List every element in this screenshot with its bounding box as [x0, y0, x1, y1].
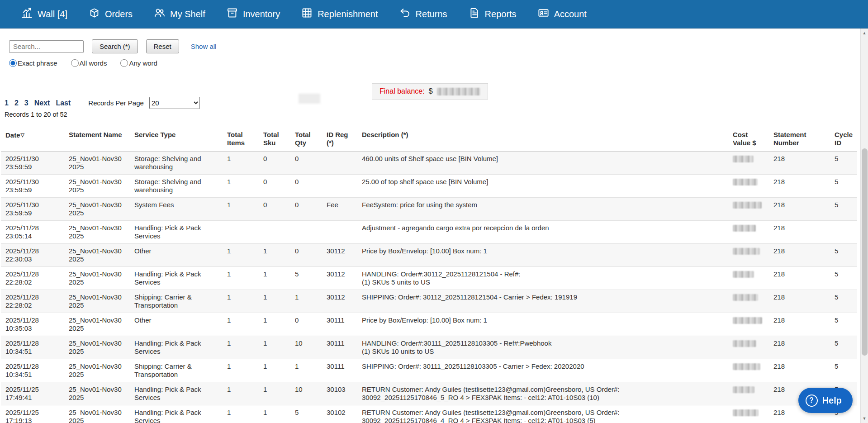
scroll-up-arrow-icon[interactable]: ▲: [861, 29, 868, 37]
cell-total-qty: 5: [290, 405, 322, 423]
cell-id-reg: [322, 152, 357, 175]
cell-service-type: Shipping: Carrier & Transportation: [130, 290, 223, 313]
cell-statement-number: 218: [769, 152, 830, 175]
cell-cycle-id: 5: [830, 198, 857, 221]
search-button[interactable]: Search (*): [92, 39, 138, 53]
column-header-cycle-id[interactable]: Cycle ID: [830, 126, 857, 152]
table-row: 2025/11/2810:34:51 25_Nov01-Nov30 2025 S…: [1, 359, 857, 382]
records-per-page-label: Records Per Page: [88, 99, 144, 107]
page-link-last[interactable]: Last: [56, 99, 71, 107]
records-per-page-select[interactable]: 20: [149, 97, 200, 109]
cell-statement-name: 25_Nov01-Nov30 2025: [64, 359, 130, 382]
nav-item-account[interactable]: Account: [537, 7, 587, 21]
cell-service-type: System Fees: [130, 198, 223, 221]
cell-total-qty: 0: [290, 175, 322, 198]
nav-item-returns[interactable]: Returns: [399, 7, 447, 21]
column-header-date[interactable]: Date▽: [1, 126, 64, 152]
nav-item-label: My Shelf: [170, 9, 205, 19]
cell-id-reg: 30112: [322, 290, 357, 313]
column-header-total-qty[interactable]: Total Qty: [290, 126, 322, 152]
cell-cost-value: [728, 152, 769, 175]
column-header-service-type[interactable]: Service Type: [130, 126, 223, 152]
search-input[interactable]: [9, 40, 84, 53]
page-link-next[interactable]: Next: [34, 99, 50, 107]
cell-total-items: 1: [223, 152, 259, 175]
radio-any-word[interactable]: Any word: [120, 59, 157, 67]
cell-total-items: 1: [223, 336, 259, 359]
nav-item-wall[interactable]: Wall [4]: [21, 7, 67, 21]
table-row: 2025/11/2810:34:51 25_Nov01-Nov30 2025 H…: [1, 336, 857, 359]
show-all-link[interactable]: Show all: [191, 43, 217, 50]
nav-item-my-shelf[interactable]: My Shelf: [153, 7, 205, 21]
cell-id-reg: 30111: [322, 359, 357, 382]
table-header-row: Date▽ Statement Name Service Type Total …: [1, 126, 857, 152]
cell-cost-value: [728, 244, 769, 267]
cell-description: RETURN Customer: Andy Guiles (testlisett…: [357, 382, 728, 405]
cell-id-reg: 30111: [322, 313, 357, 336]
cell-total-sku: 0: [259, 152, 290, 175]
cell-cycle-id: 5: [830, 267, 857, 290]
cell-total-qty: [290, 221, 322, 244]
nav-item-replenishment[interactable]: Replenishment: [301, 7, 378, 21]
cell-cycle-id: 5: [830, 175, 857, 198]
cell-total-sku: 0: [259, 198, 290, 221]
vertical-scrollbar[interactable]: ▲ ▼: [860, 29, 868, 423]
table-row: 2025/11/2810:35:03 25_Nov01-Nov30 2025 O…: [1, 313, 857, 336]
cell-cost-value: [728, 290, 769, 313]
table-row: 2025/11/3023:59:59 25_Nov01-Nov30 2025 S…: [1, 152, 857, 175]
cell-service-type: Handling: Pick & Pack Services: [130, 405, 223, 423]
cell-total-qty: 5: [290, 267, 322, 290]
search-toolbar: Search (*) Reset Show all Exact phrase A…: [0, 29, 868, 67]
cell-cost-value: [728, 267, 769, 290]
cell-service-type: Handling: Pick & Pack Services: [130, 382, 223, 405]
cell-total-qty: 10: [290, 382, 322, 405]
cell-total-qty: 0: [290, 244, 322, 267]
cell-id-reg: 30112: [322, 267, 357, 290]
nav-item-inventory[interactable]: Inventory: [226, 7, 280, 21]
column-header-total-items[interactable]: Total Items: [223, 126, 259, 152]
table-row: 2025/11/2822:28:02 25_Nov01-Nov30 2025 H…: [1, 267, 857, 290]
cell-statement-name: 25_Nov01-Nov30 2025: [64, 152, 130, 175]
cell-total-items: 1: [223, 198, 259, 221]
cell-description: FeeSystem: price for using the system: [357, 198, 728, 221]
column-header-id-reg[interactable]: ID Reg (*): [322, 126, 357, 152]
column-header-statement-name[interactable]: Statement Name: [64, 126, 130, 152]
page-link-1[interactable]: 1: [5, 99, 9, 107]
page-link-2[interactable]: 2: [14, 99, 19, 107]
help-button[interactable]: ? Help: [798, 388, 853, 413]
cell-total-items: 1: [223, 313, 259, 336]
radio-all-words-input[interactable]: [71, 59, 79, 67]
radio-all-words[interactable]: All words: [71, 59, 107, 67]
radio-any-word-input[interactable]: [120, 59, 128, 67]
column-header-cost-value[interactable]: Cost Value $: [728, 126, 769, 152]
statement-table-body: 2025/11/3023:59:59 25_Nov01-Nov30 2025 S…: [1, 152, 857, 423]
cell-total-sku: [259, 221, 290, 244]
page-link-3[interactable]: 3: [24, 99, 28, 107]
cell-statement-number: 218: [769, 313, 830, 336]
cell-description: SHIPPING: Order#: 30111_20251128103305 -…: [357, 359, 728, 382]
nav-item-orders[interactable]: Orders: [88, 7, 133, 21]
cell-cost-value: [728, 405, 769, 423]
scroll-down-arrow-icon[interactable]: ▼: [861, 415, 868, 422]
records-summary: Records 1 to 20 of 52: [5, 111, 868, 118]
column-header-total-sku[interactable]: Total Sku: [259, 126, 290, 152]
column-header-description[interactable]: Description (*): [357, 126, 728, 152]
cell-total-qty: 0: [290, 198, 322, 221]
scrollbar-thumb[interactable]: [862, 148, 868, 356]
column-header-statement-number[interactable]: Statement Number: [769, 126, 830, 152]
cell-date: 2025/11/2517:19:13: [1, 405, 64, 423]
grid-icon: [301, 7, 313, 21]
cell-cost-value: [728, 198, 769, 221]
cell-total-sku: 1: [259, 244, 290, 267]
radio-exact-phrase[interactable]: Exact phrase: [9, 59, 57, 67]
reset-button[interactable]: Reset: [146, 39, 179, 53]
cell-service-type: Handling: Pick & Pack Services: [130, 221, 223, 244]
radio-exact-phrase-input[interactable]: [9, 59, 17, 67]
top-navigation: Wall [4] Orders My Shelf Inventory Reple…: [0, 0, 868, 29]
nav-item-reports[interactable]: Reports: [468, 7, 517, 21]
final-balance-label: Final balance:: [379, 87, 425, 95]
table-row: 2025/11/3023:59:59 25_Nov01-Nov30 2025 S…: [1, 198, 857, 221]
cell-id-reg: [322, 221, 357, 244]
cell-total-sku: 1: [259, 336, 290, 359]
package-icon: [88, 7, 100, 21]
